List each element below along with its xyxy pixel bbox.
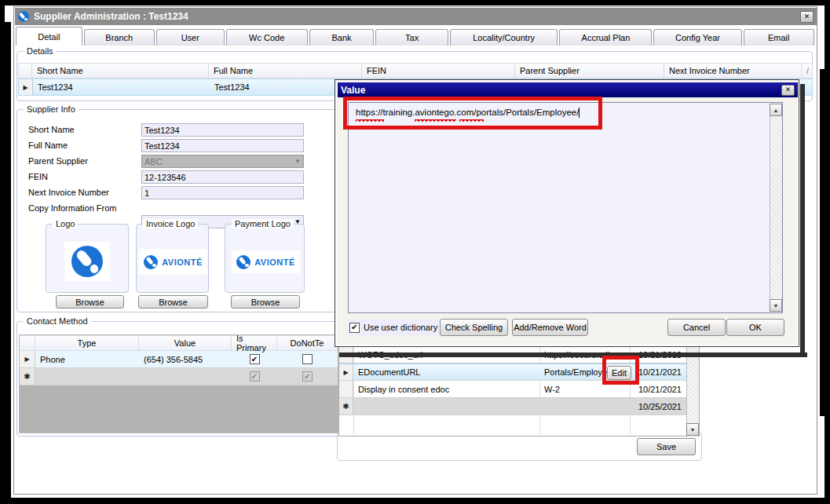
details-cell-short-name: Test1234 — [33, 79, 210, 95]
tab-branch[interactable]: Branch — [84, 29, 155, 46]
dialog-shadow-bottom — [339, 352, 807, 357]
tab-email[interactable]: Email — [744, 29, 814, 46]
close-icon: ✕ — [804, 13, 810, 20]
use-user-dictionary-label: Use user dictionary — [364, 323, 437, 332]
do-not-checkbox-disabled: ✔ — [302, 371, 313, 382]
config-cell-name: Display in consent edoc — [353, 381, 539, 397]
row-current-icon: ▶ — [343, 369, 348, 376]
field-label-copy-information-from: Copy Information From — [28, 203, 116, 213]
annotation-url-highlight — [343, 97, 602, 130]
check-icon: ✔ — [304, 373, 310, 381]
contact-header-is-primary[interactable]: Is Primary — [232, 335, 277, 351]
contact-header-type[interactable]: Type — [35, 335, 139, 351]
add-remove-word-button[interactable]: Add/Remove Word — [512, 319, 588, 336]
avionte-logo-icon — [71, 246, 103, 277]
value-textarea[interactable]: https://training.aviontego.com/portals/P… — [348, 102, 783, 313]
contact-method-group-label: Contact Method — [24, 316, 91, 326]
details-group-label: Details — [24, 46, 57, 56]
is-primary-checkbox-disabled: ✔ — [250, 371, 260, 382]
config-cell-name: EDocumentURL — [353, 364, 539, 380]
scroll-up-button[interactable]: ▲ — [770, 104, 782, 116]
frame-left-thick — [5, 22, 11, 498]
dropdown-arrow-icon: ▼ — [294, 158, 301, 165]
brand-text: AVIONTÉ — [254, 257, 295, 267]
details-header-short-name[interactable]: Short Name — [32, 63, 209, 79]
supplier-logo-image — [64, 242, 110, 281]
do-not-checkbox[interactable] — [302, 354, 313, 364]
contact-cell-value: (654) 356-5845 — [139, 351, 232, 367]
avionte-logo-icon — [144, 255, 158, 269]
next-invoice-number-field[interactable] — [141, 186, 304, 199]
brand-text: AVIONTÉ — [162, 257, 203, 267]
tab-wc-code[interactable]: Wc Code — [226, 29, 308, 46]
tab-strip: Detail Branch User Wc Code Bank Tax Loca… — [16, 26, 816, 46]
cancel-button[interactable]: Cancel — [667, 319, 726, 336]
scroll-down-button[interactable]: ▼ — [770, 299, 782, 312]
supplier-info-group: Supplier Info Short Name Full Name Paren… — [16, 109, 340, 312]
details-header-next-invoice[interactable]: Next Invoice Number — [664, 63, 802, 79]
details-header-parent-supplier[interactable]: Parent Supplier — [515, 63, 664, 79]
field-label-next-invoice-number: Next Invoice Number — [28, 188, 109, 197]
textarea-scrollbar[interactable] — [770, 104, 782, 312]
parent-supplier-combo: ABC ▼ — [141, 155, 304, 168]
invoice-logo-box: Invoice Logo AVIONTÉ — [136, 224, 209, 293]
scroll-down-icon: ▼ — [690, 427, 696, 433]
details-header-fein[interactable]: FEIN — [362, 63, 515, 79]
invoice-logo-box-label: Invoice Logo — [143, 219, 198, 228]
is-primary-checkbox[interactable]: ✔ — [250, 354, 260, 364]
avionte-app-icon — [18, 11, 29, 22]
tab-locality-country[interactable]: Locality/Country — [450, 29, 558, 46]
contact-cell-type: Phone — [35, 351, 139, 367]
ok-button[interactable]: OK — [726, 319, 784, 336]
payment-logo-browse-button[interactable]: Browse — [231, 295, 300, 309]
tab-tax[interactable]: Tax — [375, 29, 448, 46]
dialog-close-button[interactable]: ✕ — [781, 85, 795, 96]
contact-row-phone[interactable]: ▶ Phone (654) 356-5845 ✔ — [20, 351, 338, 368]
window-close-button[interactable]: ✕ — [800, 11, 814, 23]
contact-cell-is-primary: ✔ — [232, 351, 277, 367]
details-header-full-name[interactable]: Full Name — [209, 63, 362, 79]
row-new-icon: ✱ — [24, 372, 30, 381]
use-user-dictionary: ✔ Use user dictionary — [348, 320, 448, 335]
logo-browse-button[interactable]: Browse — [56, 295, 124, 309]
frame-right-thick — [820, 69, 825, 416]
current-row-marker: ▶ — [19, 79, 33, 95]
details-grid-header: Short Name Full Name FEIN Parent Supplie… — [18, 63, 813, 79]
check-spelling-button[interactable]: Check Spelling — [440, 319, 508, 336]
tab-accrual-plan[interactable]: Accrual Plan — [559, 29, 652, 46]
payment-logo-box-label: Payment Logo — [232, 219, 294, 228]
fein-field[interactable] — [141, 170, 304, 184]
config-cell-date: 10/25/2021 — [630, 398, 686, 415]
scroll-up-icon: ▲ — [773, 108, 779, 113]
details-header-edit-indicator: / — [802, 63, 813, 79]
config-new-row[interactable]: ✱ 10/25/2021 — [339, 398, 686, 415]
contact-header-do-not[interactable]: DoNotTe — [277, 335, 338, 351]
contact-header-value[interactable]: Value — [139, 335, 232, 351]
frame-bottom — [0, 498, 830, 504]
invoice-logo-browse-button[interactable]: Browse — [138, 295, 208, 309]
tab-detail[interactable]: Detail — [16, 27, 82, 46]
dialog-titlebar: Value ✕ — [338, 82, 798, 97]
field-label-short-name: Short Name — [28, 125, 75, 134]
save-button[interactable]: Save — [637, 438, 696, 455]
check-icon: ✔ — [251, 356, 258, 363]
current-row-marker: ▶ — [20, 351, 35, 367]
row-current-icon: ▶ — [24, 356, 29, 363]
short-name-field[interactable] — [141, 123, 304, 137]
scroll-down-button[interactable]: ▼ — [686, 423, 699, 436]
use-user-dictionary-checkbox[interactable]: ✔ — [349, 323, 360, 333]
contact-method-table: Type Value Is Primary DoNotTe ▶ Phone (6… — [19, 334, 338, 433]
tab-config-year[interactable]: Config Year — [653, 29, 741, 46]
contact-method-group: Contact Method Type Value Is Primary DoN… — [16, 321, 340, 436]
full-name-field[interactable] — [141, 139, 304, 152]
annotation-edit-highlight — [602, 356, 639, 385]
field-label-full-name: Full Name — [28, 141, 68, 150]
contact-new-row[interactable]: ✱ ✔ ✔ — [20, 368, 338, 385]
tab-bank[interactable]: Bank — [309, 29, 375, 46]
payment-logo-image: AVIONTÉ — [232, 250, 300, 273]
logo-box: Logo — [46, 224, 129, 293]
window-title: Supplier Administration : Test1234 — [34, 11, 188, 22]
tab-user[interactable]: User — [156, 29, 225, 46]
avionte-logo-icon — [236, 255, 250, 269]
invoice-logo-image: AVIONTÉ — [139, 249, 207, 275]
